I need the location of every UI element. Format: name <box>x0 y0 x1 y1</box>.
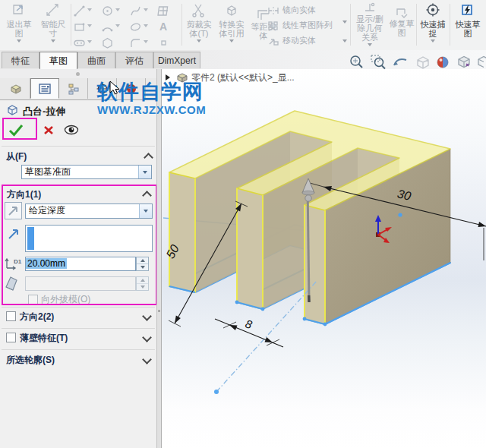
slot-tool-icon[interactable] <box>73 35 98 50</box>
boss-extrude-icon <box>5 103 19 117</box>
combo-dropdown-icon[interactable] <box>139 204 152 218</box>
display-delete-relations-button[interactable]: 显示/删除几何关系 <box>352 2 387 49</box>
convert-entities-button[interactable]: 转换实体引用 <box>215 2 248 45</box>
flyout-arrow-icon[interactable] <box>166 74 173 80</box>
tab-sketch[interactable]: 草图 <box>39 52 77 69</box>
display-delete-relations-icon <box>363 2 377 14</box>
direction-arrow-icon <box>5 203 21 219</box>
mirror-entities-icon <box>267 5 279 16</box>
combo-dropdown-icon[interactable] <box>138 166 151 178</box>
feature-tree-icon <box>9 83 23 95</box>
thin-feature-checkbox[interactable] <box>6 333 16 342</box>
trim-entities-button[interactable]: 剪裁实体(T) <box>183 2 215 45</box>
collapse-chevron-icon[interactable] <box>144 153 153 162</box>
exit-sketch-button[interactable]: 退出草图 <box>2 2 36 45</box>
feature-title-row: 凸台-拉伸 <box>0 103 156 120</box>
quick-snaps-icon <box>424 2 441 19</box>
dropdown-arrow-icon[interactable] <box>342 39 347 45</box>
tab-property-manager[interactable] <box>30 78 59 99</box>
display-style-icon[interactable] <box>414 54 432 71</box>
tab-dimxpert[interactable]: DimXpert <box>153 52 200 68</box>
direction-reference-listbox[interactable] <box>25 225 153 252</box>
command-manager-toolbar: 退出草图 智能尺寸 A <box>0 0 486 51</box>
depth-icon: D1 <box>4 257 22 272</box>
plane-tool-icon[interactable] <box>157 3 182 18</box>
graphics-area[interactable]: 30 50 8 <box>162 69 486 448</box>
expand-chevron-icon[interactable] <box>142 355 152 364</box>
tab-features[interactable]: 特征 <box>2 52 39 68</box>
tab-feature-tree[interactable] <box>2 78 30 99</box>
mirror-entities-button[interactable]: 镜向实体 <box>267 5 316 16</box>
direction2-checkbox[interactable] <box>6 311 16 321</box>
ellipse-tool-icon[interactable] <box>129 19 154 34</box>
direction1-section-header[interactable]: 方向1(1) <box>0 187 156 202</box>
tab-dimxpert-manager[interactable] <box>88 78 117 99</box>
arc-tool-icon[interactable] <box>101 19 126 34</box>
expand-chevron-icon[interactable] <box>142 311 152 321</box>
tab-surfaces[interactable]: 曲面 <box>77 52 115 68</box>
end-condition-combobox[interactable]: 给定深度 <box>25 203 153 219</box>
view-settings-icon[interactable] <box>456 54 474 71</box>
quick-snaps-button[interactable]: 快速捕捉 <box>418 2 448 45</box>
rectangle-tool-icon[interactable] <box>73 19 98 34</box>
move-entities-icon <box>267 36 279 46</box>
collapse-chevron-icon[interactable] <box>142 191 152 200</box>
from-section-header[interactable]: 从(F) <box>0 149 156 164</box>
reverse-direction-button[interactable] <box>5 202 22 219</box>
tab-configuration-manager[interactable] <box>59 78 88 99</box>
previous-view-icon[interactable] <box>392 54 410 71</box>
dropdown-arrow-icon[interactable] <box>431 39 435 45</box>
thin-feature-section-header[interactable]: 薄壁特征(T) <box>0 330 156 347</box>
rapid-sketch-button[interactable]: 快速草图 <box>452 2 484 38</box>
ok-button[interactable] <box>8 122 24 137</box>
fillet-tool-icon[interactable] <box>129 35 154 50</box>
trim-entities-icon <box>191 2 207 19</box>
sketch-point[interactable] <box>214 390 219 394</box>
draft-angle-input-disabled <box>25 276 136 291</box>
feature-tree-flyout[interactable]: 零件2 (默认<<默认>_显... <box>162 71 295 84</box>
cancel-button[interactable] <box>43 125 55 136</box>
dropdown-arrow-icon[interactable] <box>342 21 347 26</box>
panel-top-splitter[interactable] <box>0 69 156 78</box>
repair-sketch-button[interactable]: 修复草图 <box>387 5 416 37</box>
from-condition-combobox[interactable]: 草图基准面 <box>21 165 152 179</box>
expand-chevron-icon[interactable] <box>142 333 152 342</box>
dropdown-arrow-icon[interactable] <box>51 39 55 45</box>
draft-outward-checkbox[interactable] <box>28 295 38 304</box>
command-manager-tabs: 特征 草图 曲面 评估 DimXpert <box>0 50 486 70</box>
convert-entities-icon <box>223 2 240 19</box>
dropdown-arrow-icon[interactable] <box>17 39 21 45</box>
section-view-icon[interactable] <box>477 54 486 71</box>
depth-value-selected: 20.00mm <box>26 258 67 269</box>
polygon-tool-icon[interactable] <box>101 35 126 50</box>
panel-splitter[interactable] <box>156 69 162 448</box>
dropdown-arrow-icon[interactable] <box>229 39 234 45</box>
edit-appearance-icon[interactable] <box>434 54 453 71</box>
exit-sketch-icon <box>11 2 27 19</box>
zoom-area-icon[interactable] <box>370 54 388 71</box>
spline-tool-icon[interactable] <box>129 3 154 18</box>
repair-sketch-icon <box>394 5 409 18</box>
linear-pattern-button[interactable]: 线性草图阵列 <box>267 20 333 31</box>
dropdown-arrow-icon[interactable] <box>368 43 372 49</box>
selected-contours-section-header[interactable]: 所选轮廓(S) <box>0 352 156 369</box>
line-tool-icon[interactable] <box>73 3 98 18</box>
draft-icon <box>4 275 22 292</box>
preview-eye-button[interactable] <box>64 125 79 136</box>
tab-evaluate[interactable]: 评估 <box>115 52 153 68</box>
direction2-label: 方向2(2) <box>20 311 54 323</box>
zoom-fit-icon[interactable] <box>348 54 366 71</box>
point-tool-icon[interactable] <box>157 35 182 50</box>
tab-display-manager[interactable] <box>117 78 146 99</box>
move-entities-button[interactable]: 移动实体 <box>267 35 316 46</box>
linear-pattern-icon <box>267 21 279 31</box>
text-tool-icon[interactable]: A <box>157 19 182 34</box>
circle-tool-icon[interactable] <box>101 3 126 18</box>
depth-spinner[interactable] <box>136 257 149 271</box>
smart-dimension-button[interactable]: 智能尺寸 <box>36 2 70 45</box>
dropdown-arrow-icon[interactable] <box>197 39 201 45</box>
depth-input[interactable]: 20.00mm <box>25 257 136 271</box>
direction1-label: 方向1(1) <box>7 188 41 201</box>
tree-item-label[interactable]: 零件2 (默认<<默认>_显... <box>191 71 295 84</box>
direction2-section-header[interactable]: 方向2(2) <box>0 309 156 326</box>
